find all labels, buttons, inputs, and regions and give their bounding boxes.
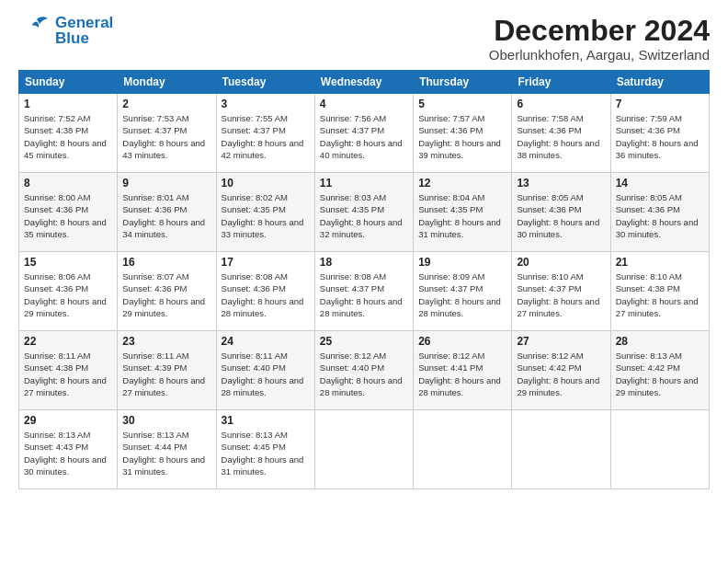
day-info: Sunrise: 8:10 AM Sunset: 4:38 PM Dayligh… <box>616 270 704 319</box>
day-info: Sunrise: 8:07 AM Sunset: 4:36 PM Dayligh… <box>122 270 210 319</box>
calendar-cell: 14 Sunrise: 8:05 AM Sunset: 4:36 PM Dayl… <box>610 173 709 252</box>
calendar-table: Sunday Monday Tuesday Wednesday Thursday… <box>18 70 710 489</box>
day-number: 25 <box>320 335 408 348</box>
day-number: 28 <box>616 335 704 348</box>
logo-bird-icon <box>18 15 51 46</box>
day-number: 24 <box>222 335 310 348</box>
day-info: Sunrise: 7:53 AM Sunset: 4:37 PM Dayligh… <box>122 112 210 161</box>
day-info: Sunrise: 8:12 AM Sunset: 4:41 PM Dayligh… <box>418 350 506 398</box>
week-row-3: 15 Sunrise: 8:06 AM Sunset: 4:36 PM Dayl… <box>19 252 710 331</box>
day-info: Sunrise: 7:57 AM Sunset: 4:36 PM Dayligh… <box>418 112 506 161</box>
calendar-cell <box>414 410 512 489</box>
col-tuesday: Tuesday <box>216 71 314 94</box>
header-row: Sunday Monday Tuesday Wednesday Thursday… <box>19 71 710 94</box>
day-info: Sunrise: 8:13 AM Sunset: 4:42 PM Dayligh… <box>616 350 704 398</box>
day-number: 23 <box>122 335 210 348</box>
day-number: 12 <box>418 177 506 190</box>
day-info: Sunrise: 8:11 AM Sunset: 4:40 PM Dayligh… <box>222 350 310 398</box>
day-number: 22 <box>24 335 112 348</box>
day-info: Sunrise: 8:12 AM Sunset: 4:42 PM Dayligh… <box>517 350 605 398</box>
calendar-cell <box>610 410 709 489</box>
day-number: 6 <box>517 98 605 110</box>
calendar-cell: 28 Sunrise: 8:13 AM Sunset: 4:42 PM Dayl… <box>610 331 709 410</box>
day-info: Sunrise: 8:08 AM Sunset: 4:37 PM Dayligh… <box>320 270 408 319</box>
day-info: Sunrise: 8:02 AM Sunset: 4:35 PM Dayligh… <box>222 191 310 240</box>
day-number: 5 <box>418 98 506 110</box>
week-row-1: 1 Sunrise: 7:52 AM Sunset: 4:38 PM Dayli… <box>19 94 710 173</box>
calendar-cell: 2 Sunrise: 7:53 AM Sunset: 4:37 PM Dayli… <box>118 94 216 173</box>
day-number: 4 <box>320 98 408 110</box>
col-monday: Monday <box>118 71 216 94</box>
day-info: Sunrise: 8:00 AM Sunset: 4:36 PM Dayligh… <box>24 191 112 240</box>
calendar-cell: 25 Sunrise: 8:12 AM Sunset: 4:40 PM Dayl… <box>314 331 413 410</box>
day-info: Sunrise: 8:13 AM Sunset: 4:45 PM Dayligh… <box>222 429 310 477</box>
col-sunday: Sunday <box>19 71 118 94</box>
calendar-cell: 10 Sunrise: 8:02 AM Sunset: 4:35 PM Dayl… <box>216 173 314 252</box>
day-number: 16 <box>122 256 210 269</box>
calendar-cell <box>512 410 610 489</box>
logo: General Blue <box>18 15 113 46</box>
day-info: Sunrise: 8:11 AM Sunset: 4:38 PM Dayligh… <box>24 350 112 398</box>
calendar-cell: 4 Sunrise: 7:56 AM Sunset: 4:37 PM Dayli… <box>314 94 413 173</box>
day-info: Sunrise: 8:08 AM Sunset: 4:36 PM Dayligh… <box>222 270 310 319</box>
day-number: 8 <box>24 177 112 190</box>
header: General Blue December 2024 Oberlunkhofen… <box>18 15 710 63</box>
day-number: 26 <box>418 335 506 348</box>
day-number: 1 <box>24 98 112 110</box>
calendar-title: December 2024 <box>489 15 710 47</box>
col-friday: Friday <box>512 71 610 94</box>
calendar-cell: 9 Sunrise: 8:01 AM Sunset: 4:36 PM Dayli… <box>118 173 216 252</box>
calendar-cell: 1 Sunrise: 7:52 AM Sunset: 4:38 PM Dayli… <box>19 94 118 173</box>
day-number: 15 <box>24 256 112 269</box>
calendar-cell: 17 Sunrise: 8:08 AM Sunset: 4:36 PM Dayl… <box>216 252 314 331</box>
calendar-cell: 16 Sunrise: 8:07 AM Sunset: 4:36 PM Dayl… <box>118 252 216 331</box>
day-number: 3 <box>222 98 310 110</box>
calendar-cell: 21 Sunrise: 8:10 AM Sunset: 4:38 PM Dayl… <box>610 252 709 331</box>
day-info: Sunrise: 8:05 AM Sunset: 4:36 PM Dayligh… <box>616 191 704 240</box>
week-row-5: 29 Sunrise: 8:13 AM Sunset: 4:43 PM Dayl… <box>19 410 710 489</box>
day-number: 31 <box>222 414 310 427</box>
day-info: Sunrise: 8:09 AM Sunset: 4:37 PM Dayligh… <box>418 270 506 319</box>
day-info: Sunrise: 8:05 AM Sunset: 4:36 PM Dayligh… <box>517 191 605 240</box>
day-number: 11 <box>320 177 408 190</box>
day-number: 17 <box>222 256 310 269</box>
day-number: 27 <box>517 335 605 348</box>
col-wednesday: Wednesday <box>314 71 413 94</box>
day-number: 9 <box>122 177 210 190</box>
calendar-cell: 22 Sunrise: 8:11 AM Sunset: 4:38 PM Dayl… <box>19 331 118 410</box>
day-number: 20 <box>517 256 605 269</box>
calendar-cell: 3 Sunrise: 7:55 AM Sunset: 4:37 PM Dayli… <box>216 94 314 173</box>
calendar-cell: 5 Sunrise: 7:57 AM Sunset: 4:36 PM Dayli… <box>414 94 512 173</box>
day-info: Sunrise: 8:10 AM Sunset: 4:37 PM Dayligh… <box>517 270 605 319</box>
day-info: Sunrise: 8:01 AM Sunset: 4:36 PM Dayligh… <box>122 191 210 240</box>
calendar-cell: 7 Sunrise: 7:59 AM Sunset: 4:36 PM Dayli… <box>610 94 709 173</box>
day-info: Sunrise: 7:59 AM Sunset: 4:36 PM Dayligh… <box>616 112 704 161</box>
day-info: Sunrise: 8:03 AM Sunset: 4:35 PM Dayligh… <box>320 191 408 240</box>
calendar-subtitle: Oberlunkhofen, Aargau, Switzerland <box>489 47 710 63</box>
day-info: Sunrise: 8:13 AM Sunset: 4:43 PM Dayligh… <box>24 429 112 477</box>
calendar-cell: 13 Sunrise: 8:05 AM Sunset: 4:36 PM Dayl… <box>512 173 610 252</box>
calendar-cell: 23 Sunrise: 8:11 AM Sunset: 4:39 PM Dayl… <box>118 331 216 410</box>
day-number: 7 <box>616 98 704 110</box>
day-info: Sunrise: 8:11 AM Sunset: 4:39 PM Dayligh… <box>122 350 210 398</box>
calendar-cell: 27 Sunrise: 8:12 AM Sunset: 4:42 PM Dayl… <box>512 331 610 410</box>
calendar-cell: 31 Sunrise: 8:13 AM Sunset: 4:45 PM Dayl… <box>216 410 314 489</box>
calendar-cell: 6 Sunrise: 7:58 AM Sunset: 4:36 PM Dayli… <box>512 94 610 173</box>
calendar-cell: 24 Sunrise: 8:11 AM Sunset: 4:40 PM Dayl… <box>216 331 314 410</box>
calendar-cell <box>314 410 413 489</box>
day-number: 19 <box>418 256 506 269</box>
day-info: Sunrise: 8:13 AM Sunset: 4:44 PM Dayligh… <box>122 429 210 477</box>
calendar-cell: 30 Sunrise: 8:13 AM Sunset: 4:44 PM Dayl… <box>118 410 216 489</box>
calendar-cell: 29 Sunrise: 8:13 AM Sunset: 4:43 PM Dayl… <box>19 410 118 489</box>
day-info: Sunrise: 8:12 AM Sunset: 4:40 PM Dayligh… <box>320 350 408 398</box>
day-number: 2 <box>122 98 210 110</box>
logo-text: General Blue <box>55 15 113 46</box>
calendar-cell: 19 Sunrise: 8:09 AM Sunset: 4:37 PM Dayl… <box>414 252 512 331</box>
calendar-cell: 11 Sunrise: 8:03 AM Sunset: 4:35 PM Dayl… <box>314 173 413 252</box>
calendar-cell: 15 Sunrise: 8:06 AM Sunset: 4:36 PM Dayl… <box>19 252 118 331</box>
page: General Blue December 2024 Oberlunkhofen… <box>0 0 728 563</box>
col-thursday: Thursday <box>414 71 512 94</box>
title-block: December 2024 Oberlunkhofen, Aargau, Swi… <box>489 15 710 63</box>
calendar-cell: 8 Sunrise: 8:00 AM Sunset: 4:36 PM Dayli… <box>19 173 118 252</box>
calendar-cell: 26 Sunrise: 8:12 AM Sunset: 4:41 PM Dayl… <box>414 331 512 410</box>
